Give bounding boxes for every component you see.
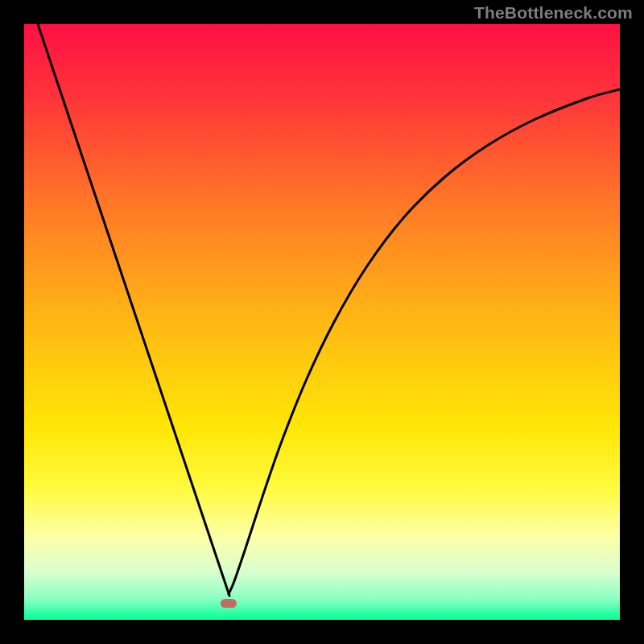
curve-right-branch (229, 89, 620, 594)
bottleneck-curve (24, 24, 620, 620)
chart-frame: TheBottleneck.com (0, 0, 644, 644)
optimal-point-marker (221, 599, 237, 608)
watermark-label: TheBottleneck.com (474, 3, 633, 23)
plot-area (24, 24, 620, 620)
curve-left-branch (38, 24, 229, 596)
